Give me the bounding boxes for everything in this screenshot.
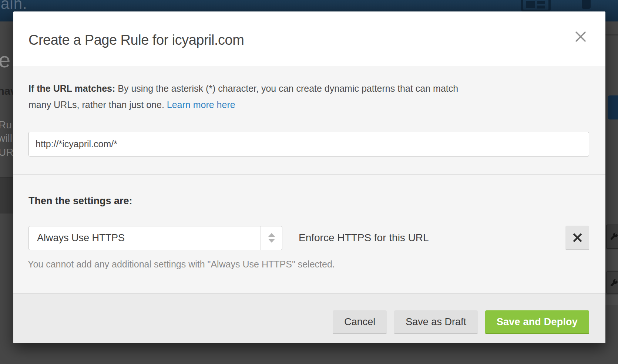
dimmed-edit-rule-button: [606, 271, 618, 294]
notification-icon: [582, 0, 591, 9]
setting-select[interactable]: Always Use HTTPS: [28, 226, 282, 250]
dimmed-edit-rule-button: [606, 225, 618, 249]
setting-select-value: Always Use HTTPS: [29, 232, 125, 244]
wrench-icon: [609, 232, 618, 241]
dimmed-table-row: [0, 177, 13, 213]
page-text-fragment: Ru: [0, 119, 12, 131]
dimmed-navy-button: [608, 95, 618, 119]
setting-helper-text: You cannot add any additional settings w…: [28, 259, 335, 270]
url-match-text-line1: By using the asterisk (*) character, you…: [118, 83, 458, 94]
close-button[interactable]: [574, 30, 587, 43]
save-as-draft-button[interactable]: Save as Draft: [394, 310, 478, 334]
learn-more-link[interactable]: Learn more here: [167, 100, 235, 110]
cancel-button[interactable]: Cancel: [333, 310, 387, 334]
url-match-text-line2: many URLs, rather than just one.: [28, 100, 164, 110]
remove-icon: [572, 233, 582, 243]
dimmed-row: [605, 250, 618, 270]
url-match-description: If the URL matches: By using the asteris…: [28, 80, 565, 113]
url-pattern-input[interactable]: [28, 132, 589, 156]
chevron-up-icon: [268, 233, 275, 237]
modal-header: Create a Page Rule for icyapril.com: [13, 11, 605, 66]
page-text-fragment: UR: [0, 146, 13, 158]
modal-title: Create a Page Rule for icyapril.com: [28, 32, 244, 48]
url-match-section: If the URL matches: By using the asteris…: [13, 66, 605, 174]
save-and-deploy-button[interactable]: Save and Deploy: [485, 310, 589, 334]
setting-row: Always Use HTTPS Enforce HTTPS for this …: [28, 226, 589, 250]
remove-setting-button[interactable]: [565, 226, 589, 250]
select-spinner-icon: [261, 226, 282, 250]
settings-heading: Then the settings are:: [28, 195, 132, 207]
close-icon: [574, 30, 587, 43]
navbar-text-fragment: ain.: [1, 0, 27, 13]
apps-layout-icon: [521, 0, 551, 12]
create-page-rule-modal: Create a Page Rule for icyapril.com If t…: [13, 11, 605, 343]
modal-footer: Cancel Save as Draft Save and Deploy: [13, 293, 605, 343]
wrench-icon: [609, 279, 618, 288]
url-match-label: If the URL matches:: [28, 83, 115, 94]
dimmed-row: [605, 295, 618, 305]
dimmed-row-divider: [605, 34, 618, 36]
chevron-down-icon: [268, 239, 275, 243]
page-text-fragment: e: [0, 47, 10, 72]
settings-section: Then the settings are: Always Use HTTPS …: [13, 174, 605, 293]
setting-description: Enforce HTTPS for this URL: [299, 232, 429, 244]
page-text-fragment: will: [0, 132, 12, 144]
